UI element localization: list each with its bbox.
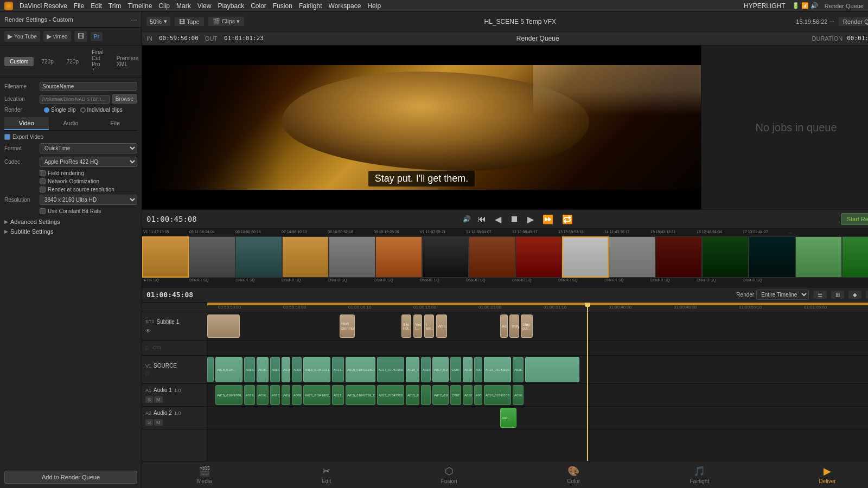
preset-film[interactable]: 🎞 <box>74 31 87 42</box>
menu-trim[interactable]: Trim <box>108 2 122 10</box>
a1-clip-1[interactable]: A015_01041909_C012 <box>215 385 242 405</box>
v1-clip-20[interactable] <box>525 357 579 382</box>
a1-clip-8[interactable]: A017... <box>332 385 344 405</box>
format-tab-720p-1[interactable]: 720p <box>36 57 59 66</box>
a1-clip-6[interactable]: A009... <box>292 385 302 405</box>
a1-clip-15[interactable]: A016... <box>463 385 473 405</box>
play-btn[interactable]: ▶ <box>525 212 536 227</box>
a2-clip-green[interactable]: A04... <box>500 408 516 428</box>
format-tab-720p-2[interactable]: 720p <box>61 57 84 66</box>
a1-clip-12[interactable] <box>421 385 431 405</box>
individual-clips-option[interactable]: Individual clips <box>80 107 123 113</box>
st1-eye[interactable]: 👁 <box>145 328 151 334</box>
a1-clip-17[interactable]: A016_01042100 <box>484 385 511 405</box>
a2-m-btn[interactable]: M <box>154 419 163 426</box>
in-time[interactable]: 00:59:50:00 <box>159 35 199 42</box>
zoom-in-btn[interactable]: + <box>866 291 868 299</box>
film-thumb-12[interactable] <box>655 236 702 278</box>
a1-clip-13[interactable]: A017_01042331 <box>432 385 449 405</box>
film-thumb-2[interactable] <box>189 236 235 278</box>
preset-vimeo[interactable]: ▶ vimeo <box>43 31 71 42</box>
v1-clip-4[interactable]: A016... <box>257 357 269 382</box>
film-thumb-14[interactable] <box>749 236 795 278</box>
timeline-ruler[interactable]: 00:59:50:00 00:59:58:08 01:00:06:16 01:0… <box>142 303 868 312</box>
resolution-select[interactable]: 3840 x 2160 Ultra HD <box>40 195 137 205</box>
format-tab-fcp7[interactable]: Final Cut Pro 7 <box>86 48 109 75</box>
film-thumb-6[interactable] <box>375 236 422 278</box>
menu-fusion[interactable]: Fusion <box>273 2 292 10</box>
v1-clip-3[interactable]: A015... <box>244 357 255 382</box>
film-thumb-9[interactable] <box>515 236 562 278</box>
subtitle-clip-1[interactable] <box>207 314 240 338</box>
v1-clip-14[interactable]: A017_01042331 <box>432 357 449 382</box>
film-thumb-11[interactable] <box>609 236 655 278</box>
subtitle-clip-8[interactable]: They... <box>509 314 519 338</box>
loop-btn[interactable]: 🔁 <box>560 212 575 227</box>
v1-clip-2[interactable]: A016_0104... <box>215 357 242 382</box>
advanced-settings-header[interactable]: ▶ Advanced Settings <box>4 219 137 225</box>
add-to-queue-button[interactable]: Add to Render Queue <box>4 471 137 484</box>
v1-clip-15[interactable]: C007 <box>450 357 461 382</box>
network-opt-checkbox[interactable] <box>40 178 46 184</box>
out-time[interactable]: 01:01:01:23 <box>224 35 264 42</box>
film-thumb-13[interactable] <box>702 236 749 278</box>
codec-select[interactable]: Apple ProRes 422 HQ <box>40 157 137 167</box>
a1-clip-7[interactable]: A015_01041902_C011 <box>303 385 330 405</box>
vaf-tab-audio[interactable]: Audio <box>49 117 93 130</box>
v1-clip-7[interactable]: A009... <box>292 357 302 382</box>
subtitle-clip-9[interactable]: Stay put... <box>521 314 533 338</box>
v1-clip-13[interactable]: A015... <box>421 357 431 382</box>
menu-timeline[interactable]: Timeline <box>127 2 152 10</box>
subtitle-clip-5[interactable]: I am... <box>424 314 434 338</box>
film-thumb-7[interactable] <box>422 236 469 278</box>
field-rendering-checkbox[interactable] <box>40 170 46 176</box>
v1-clip-9[interactable]: A017... <box>332 357 344 382</box>
film-thumb-1[interactable] <box>142 236 189 278</box>
a1-clip-18[interactable]: A016... <box>513 385 524 405</box>
subtitle-clip-3[interactable]: It is not... <box>401 314 411 338</box>
film-thumb-8[interactable] <box>469 236 515 278</box>
render-source-checkbox[interactable] <box>40 187 46 192</box>
a1-clip-16[interactable]: A009... <box>474 385 482 405</box>
subtitle-clip-6[interactable]: Who... <box>436 314 447 338</box>
fast-forward-btn[interactable]: ⏩ <box>540 212 556 227</box>
menu-edit[interactable]: Edit <box>91 2 102 10</box>
menu-help[interactable]: Help <box>367 2 381 10</box>
volume-icon[interactable]: 🔊 <box>463 215 471 223</box>
a1-s-btn[interactable]: S <box>145 396 153 403</box>
step-back-btn[interactable]: ◀ <box>493 212 503 227</box>
nav-edit[interactable]: ✂ Edit <box>311 462 342 487</box>
nav-deliver[interactable]: ▶ Deliver <box>808 462 847 487</box>
go-to-start-btn[interactable]: ⏮ <box>475 212 488 226</box>
v1-clip-8[interactable]: A015_0104C011 <box>303 357 330 382</box>
menu-mark[interactable]: Mark <box>176 2 191 10</box>
format-select[interactable]: QuickTime <box>40 143 137 153</box>
a1-clip-5[interactable]: A016... <box>282 385 290 405</box>
a2-s-btn[interactable]: S <box>145 419 153 426</box>
browse-button[interactable]: Browse <box>112 94 137 104</box>
v1-clip-10[interactable]: A015_01041919C014 <box>346 357 375 382</box>
vaf-tab-file[interactable]: File <box>93 117 137 130</box>
menu-workspace[interactable]: Workspace <box>329 2 361 10</box>
v1-clip-12[interactable]: A015_0... <box>406 357 419 382</box>
nav-fusion[interactable]: ⬡ Fusion <box>430 462 468 487</box>
render-queue-btn[interactable]: Render Queue <box>839 17 868 26</box>
nav-fairlight[interactable]: 🎵 Fairlight <box>679 462 720 487</box>
list-view-btn[interactable]: ☰ <box>813 291 827 299</box>
v1-clip-17[interactable]: A009... <box>474 357 482 382</box>
single-clip-option[interactable]: Single clip <box>44 107 76 113</box>
marker-btn[interactable]: ◆ <box>848 291 861 299</box>
a1-clip-9[interactable]: A015_01041919_C014 <box>346 385 375 405</box>
export-video-checkbox[interactable] <box>4 134 10 140</box>
a1-clip-10[interactable]: A017_01042380 <box>377 385 404 405</box>
v1-clip-11[interactable]: A017_01042380 <box>377 357 404 382</box>
scrubber-orange-bar[interactable] <box>207 303 868 305</box>
menu-fairlight[interactable]: Fairlight <box>299 2 322 10</box>
render-mode-select[interactable]: Entire Timeline <box>756 290 809 300</box>
a1-clip-3[interactable]: A016... <box>257 385 269 405</box>
export-video-row[interactable]: Export Video <box>4 134 137 140</box>
render-settings-dots[interactable]: ··· <box>131 15 137 24</box>
vaf-tab-video[interactable]: Video <box>4 117 49 130</box>
a1-clip-2[interactable]: A016... <box>244 385 255 405</box>
nav-color[interactable]: 🎨 Color <box>556 462 591 487</box>
